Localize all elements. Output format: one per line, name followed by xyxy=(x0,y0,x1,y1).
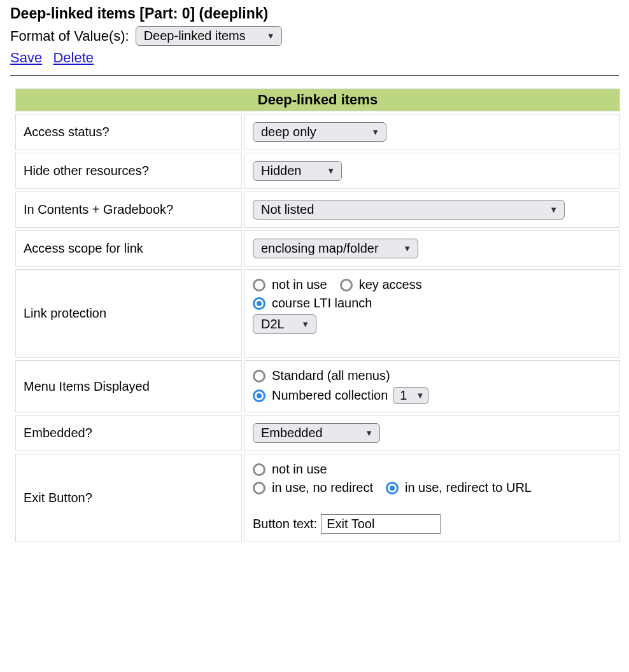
button-text-label: Button text: xyxy=(253,517,317,531)
chevron-down-icon: ▼ xyxy=(416,391,424,400)
radio-lp-notinuse[interactable] xyxy=(253,279,265,291)
hide-other-select[interactable]: Hidden ▼ xyxy=(253,161,342,181)
button-text-input[interactable]: Exit Tool xyxy=(321,514,441,534)
numbered-collection-select[interactable]: 1 ▼ xyxy=(393,387,428,404)
radio-lp-keyaccess[interactable] xyxy=(340,279,353,291)
format-select-value: Deep-linked items xyxy=(144,29,246,43)
chevron-down-icon: ▼ xyxy=(301,319,309,329)
radio-eb-noredirect[interactable] xyxy=(253,482,265,494)
chevron-down-icon: ▼ xyxy=(371,127,379,137)
row-link-protection: Link protection not in use key access co… xyxy=(15,269,620,358)
access-scope-select[interactable]: enclosing map/folder ▼ xyxy=(253,239,418,258)
chevron-down-icon: ▼ xyxy=(403,244,411,253)
label-access-status: Access status? xyxy=(15,114,242,150)
radio-lp-courselti[interactable] xyxy=(253,297,265,310)
label-embedded: Embedded? xyxy=(15,415,242,451)
radio-mi-standard-label: Standard (all menus) xyxy=(272,368,390,383)
radio-lp-notinuse-label: not in use xyxy=(272,277,327,292)
chevron-down-icon: ▼ xyxy=(365,428,373,438)
access-status-select[interactable]: deep only ▼ xyxy=(253,122,386,142)
label-in-contents: In Contents + Gradebook? xyxy=(15,192,242,228)
format-select[interactable]: Deep-linked items ▼ xyxy=(136,26,282,46)
save-link[interactable]: Save xyxy=(10,50,42,66)
row-access-scope: Access scope for link enclosing map/fold… xyxy=(15,230,620,267)
radio-eb-notinuse-label: not in use xyxy=(272,462,327,477)
label-link-protection: Link protection xyxy=(15,269,242,358)
lp-lms-select[interactable]: D2L ▼ xyxy=(253,314,316,334)
radio-eb-noredirect-label: in use, no redirect xyxy=(272,480,373,495)
page-title: Deep-linked items [Part: 0] (deeplink) xyxy=(10,5,619,22)
row-hide-other: Hide other resources? Hidden ▼ xyxy=(15,153,620,189)
chevron-down-icon: ▼ xyxy=(327,166,335,176)
radio-eb-notinuse[interactable] xyxy=(253,463,265,476)
table-header: Deep-linked items xyxy=(15,88,620,111)
delete-link[interactable]: Delete xyxy=(53,50,94,66)
radio-mi-standard[interactable] xyxy=(253,370,265,382)
radio-mi-numbered[interactable] xyxy=(253,389,265,402)
radio-eb-redirect[interactable] xyxy=(386,482,399,494)
radio-eb-redirect-label: in use, redirect to URL xyxy=(405,480,532,495)
divider xyxy=(10,75,619,76)
row-menu-items: Menu Items Displayed Standard (all menus… xyxy=(15,360,620,412)
label-hide-other: Hide other resources? xyxy=(15,153,242,189)
radio-lp-courselti-label: course LTI launch xyxy=(272,296,372,311)
embedded-select[interactable]: Embedded ▼ xyxy=(253,423,380,443)
row-access-status: Access status? deep only ▼ xyxy=(15,114,620,150)
label-menu-items: Menu Items Displayed xyxy=(15,360,242,412)
label-exit-button: Exit Button? xyxy=(15,454,242,542)
radio-mi-numbered-label: Numbered collection xyxy=(272,388,388,403)
row-in-contents: In Contents + Gradebook? Not listed ▼ xyxy=(15,192,620,228)
format-label: Format of Value(s): xyxy=(10,28,129,45)
settings-table: Deep-linked items Access status? deep on… xyxy=(13,86,623,545)
row-embedded: Embedded? Embedded ▼ xyxy=(15,415,620,451)
chevron-down-icon: ▼ xyxy=(549,205,558,214)
in-contents-select[interactable]: Not listed ▼ xyxy=(253,200,565,220)
chevron-down-icon: ▼ xyxy=(267,31,275,41)
row-exit-button: Exit Button? not in use in use, no redir… xyxy=(15,454,620,542)
radio-lp-keyaccess-label: key access xyxy=(359,277,422,292)
label-access-scope: Access scope for link xyxy=(15,230,242,267)
